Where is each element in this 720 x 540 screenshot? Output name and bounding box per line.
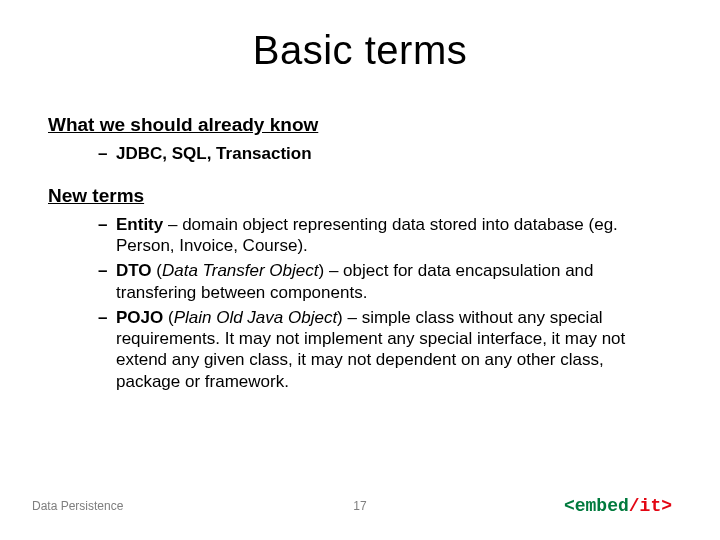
logo-gt: >: [661, 496, 672, 516]
term-dto: DTO: [116, 261, 152, 280]
footer-logo: <embed/it>: [564, 496, 672, 516]
slide: Basic terms What we should already know …: [0, 0, 720, 540]
footer-topic: Data Persistence: [32, 499, 123, 513]
logo-embed: embed: [575, 496, 629, 516]
italic-dto: Data Transfer Object: [162, 261, 319, 280]
slide-content: What we should already know JDBC, SQL, T…: [0, 91, 720, 392]
section-heading-new: New terms: [48, 184, 672, 208]
italic-pojo: Plain Old Java Object: [174, 308, 337, 327]
desc-entity: – domain object representing data stored…: [116, 215, 618, 255]
bullet-dto: DTO (Data Transfer Object) – object for …: [98, 260, 672, 303]
paren-open-pojo: (: [163, 308, 173, 327]
section-heading-known: What we should already know: [48, 113, 672, 137]
term-pojo: POJO: [116, 308, 163, 327]
paren-open-dto: (: [152, 261, 162, 280]
embedit-logo: <embed/it>: [564, 496, 672, 516]
bullet-block-known: JDBC, SQL, Transaction: [48, 143, 672, 164]
slide-footer: Data Persistence 17 <embed/it>: [0, 496, 720, 516]
bullet-jdbc-sql-transaction: JDBC, SQL, Transaction: [98, 143, 672, 164]
bullet-block-new: Entity – domain object representing data…: [48, 214, 672, 392]
term-entity: Entity: [116, 215, 163, 234]
bullet-entity: Entity – domain object representing data…: [98, 214, 672, 257]
bullet-pojo: POJO (Plain Old Java Object) – simple cl…: [98, 307, 672, 392]
logo-lt: <: [564, 496, 575, 516]
slide-title: Basic terms: [0, 0, 720, 91]
logo-it: it: [640, 496, 662, 516]
logo-slash: /: [629, 496, 640, 516]
footer-page-number: 17: [353, 499, 366, 513]
